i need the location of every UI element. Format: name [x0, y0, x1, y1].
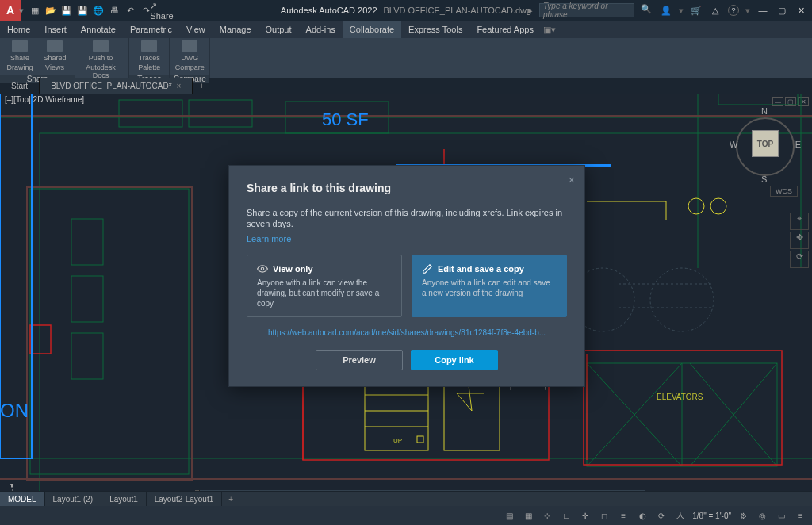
tab-featuredapps[interactable]: Featured Apps [469, 21, 541, 38]
ribbon-tabs: Home Insert Annotate Parametric View Man… [0, 21, 812, 38]
qat-share-icon[interactable]: ↗ Share [155, 4, 168, 17]
tab-collaborate[interactable]: Collaborate [343, 21, 401, 38]
dialog-close-icon[interactable]: × [569, 174, 575, 186]
push-to-docs-button[interactable]: Push toAutodesk Docs [80, 40, 121, 81]
svg-rect-18 [718, 94, 798, 105]
layout-tab-2[interactable]: Layout2-Layout1 [147, 492, 223, 506]
sb-cycle-icon[interactable]: ⟳ [654, 509, 668, 522]
qat-plot-icon[interactable]: 🖶 [108, 4, 121, 17]
sb-clean-icon[interactable]: ▭ [774, 509, 788, 522]
svg-point-45 [650, 268, 714, 331]
close-icon[interactable]: ✕ [795, 4, 807, 17]
learn-more-link[interactable]: Learn more [247, 234, 291, 243]
quick-access-toolbar: ▦ 📂 💾 💾 🌐 🖶 ↶ ↷ ↗ Share [29, 4, 168, 17]
sb-snap-icon[interactable]: ⊹ [540, 509, 554, 522]
file-tab-start[interactable]: Start [0, 78, 40, 94]
new-tab-icon[interactable]: + [193, 82, 210, 90]
svg-point-35 [688, 198, 704, 214]
layout-add-icon[interactable]: + [222, 495, 239, 504]
app-menu-button[interactable]: A [0, 0, 21, 21]
sb-ortho-icon[interactable]: ∟ [559, 509, 573, 522]
share-link-text[interactable]: https://web.autocad.com/acad/me/sid/shar… [247, 328, 567, 337]
svg-text:UP: UP [393, 437, 402, 444]
sb-scale-text[interactable]: 1/8" = 1'-0" [692, 512, 731, 520]
sb-polar-icon[interactable]: ✛ [578, 509, 592, 522]
tab-insert[interactable]: Insert [37, 21, 74, 38]
svg-rect-8 [71, 276, 103, 322]
close-tab-icon[interactable]: × [177, 82, 182, 90]
eye-icon [257, 263, 268, 274]
layout-tab-1b[interactable]: Layout1 [102, 492, 147, 506]
svg-rect-3 [30, 189, 189, 474]
qat-new-icon[interactable]: ▦ [29, 4, 41, 17]
svg-rect-9 [71, 333, 103, 379]
svg-rect-22 [30, 325, 51, 354]
svg-point-52 [261, 267, 264, 270]
file-tab-drawing[interactable]: BLVD OFFICE_PLAN-AUTOCAD*× [40, 78, 193, 94]
layout-tabs: MODEL Layout1 (2) Layout1 Layout2-Layout… [0, 491, 812, 506]
dwg-compare-button[interactable]: DWGCompare [174, 40, 205, 73]
file-tabs: Start BLVD OFFICE_PLAN-AUTOCAD*× + [0, 78, 812, 94]
tab-view[interactable]: View [179, 21, 213, 38]
svg-rect-7 [71, 219, 103, 265]
sb-isolate-icon[interactable]: ◎ [755, 509, 769, 522]
preview-button[interactable]: Preview [316, 350, 403, 370]
svg-text:ON: ON [0, 400, 29, 421]
option-edit-save[interactable]: Edit and save a copy Anyone with a link … [412, 255, 567, 317]
qat-web-icon[interactable]: 🌐 [92, 4, 105, 17]
wcs-label[interactable]: WCS [770, 186, 798, 197]
tab-more-icon[interactable]: ▣▾ [541, 21, 558, 38]
dialog-description: Share a copy of the current version of t… [247, 207, 567, 229]
qat-undo-icon[interactable]: ↶ [124, 4, 136, 17]
area-label: 50 SF [322, 109, 369, 129]
sb-grid-icon[interactable]: ▦ [521, 509, 535, 522]
tab-home[interactable]: Home [0, 21, 37, 38]
tab-output[interactable]: Output [259, 21, 299, 38]
viewcube[interactable]: TOP N S E W [730, 105, 801, 184]
svg-point-36 [710, 198, 726, 214]
sb-gear-icon[interactable]: ⚙ [736, 509, 750, 522]
traces-palette-button[interactable]: TracesPalette [134, 40, 164, 73]
cart-icon[interactable]: 🛒 [690, 4, 703, 17]
viewcube-top[interactable]: TOP [752, 130, 779, 157]
sb-lwt-icon[interactable]: ≡ [616, 509, 630, 522]
option-view-only[interactable]: View only Anyone with a link can view th… [247, 255, 402, 317]
qat-open-icon[interactable]: 📂 [44, 4, 57, 17]
tab-expresstools[interactable]: Express Tools [401, 21, 469, 38]
ribbon-panel: ShareDrawing SharedViews Share Push toAu… [0, 38, 812, 78]
tab-manage[interactable]: Manage [213, 21, 259, 38]
sb-osnap-icon[interactable]: ◻ [597, 509, 611, 522]
minimize-icon[interactable]: — [756, 4, 769, 17]
app-title: Autodesk AutoCAD 2022 [281, 6, 377, 15]
qat-save-icon[interactable]: 💾 [60, 4, 73, 17]
tab-parametric[interactable]: Parametric [123, 21, 179, 38]
layout-tab-1a[interactable]: Layout1 (2) [45, 492, 102, 506]
search-icon[interactable]: 🔍 [641, 4, 653, 17]
copy-link-button[interactable]: Copy link [411, 350, 498, 370]
dialog-title: Share a link to this drawing [247, 182, 567, 194]
user-icon[interactable]: 👤 [660, 4, 672, 17]
cloud-icon[interactable]: △ [709, 4, 722, 17]
svg-rect-27 [584, 351, 782, 465]
nav-bar[interactable]: ⌖ ✥ ⟳ [790, 213, 809, 268]
svg-rect-34 [417, 436, 423, 443]
search-input[interactable]: Type a keyword or phrase [539, 3, 634, 17]
maximize-icon[interactable]: ▢ [776, 4, 788, 17]
tab-annotate[interactable]: Annotate [74, 21, 123, 38]
share-drawing-button[interactable]: ShareDrawing [5, 40, 35, 73]
help-icon[interactable]: ? [728, 5, 739, 16]
shared-views-button[interactable]: SharedViews [40, 40, 70, 73]
svg-rect-6 [189, 100, 252, 127]
svg-text:Y: Y [10, 484, 14, 489]
layout-tab-model[interactable]: MODEL [0, 492, 45, 506]
sb-customize-icon[interactable]: ≡ [793, 509, 807, 522]
svg-text:ELEVATORS: ELEVATORS [657, 393, 703, 401]
sb-annoscale-icon[interactable]: 人 [673, 509, 688, 522]
app-menu-drop-icon[interactable]: ▾ [19, 6, 24, 16]
pencil-icon [422, 263, 433, 274]
tab-addins[interactable]: Add-ins [299, 21, 343, 38]
sb-model-icon[interactable]: ▤ [502, 509, 516, 522]
sb-transparency-icon[interactable]: ◐ [635, 509, 649, 522]
titlebar: A ▾ ▦ 📂 💾 💾 🌐 🖶 ↶ ↷ ↗ Share Autodesk Aut… [0, 0, 812, 21]
qat-saveas-icon[interactable]: 💾 [76, 4, 89, 17]
